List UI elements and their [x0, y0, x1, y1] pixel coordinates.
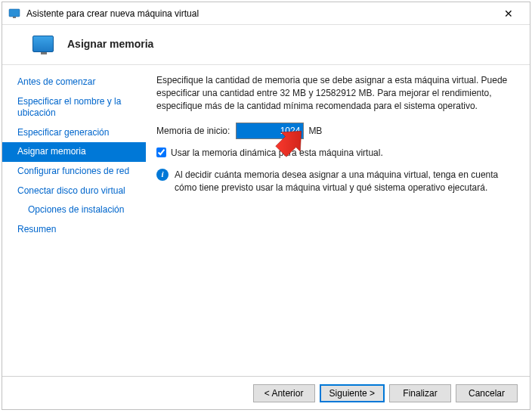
- step-assign-memory[interactable]: Asignar memoria: [2, 142, 146, 162]
- page-title: Asignar memoria: [67, 38, 153, 50]
- monitor-icon: [32, 36, 54, 52]
- dynamic-memory-row: Usar la memoria dinámica para esta máqui…: [156, 147, 515, 160]
- svg-rect-1: [13, 17, 16, 18]
- memory-input[interactable]: [236, 123, 304, 139]
- info-text: Al decidir cuánta memoria desea asignar …: [175, 169, 515, 194]
- step-before-begin[interactable]: Antes de comenzar: [2, 73, 146, 92]
- previous-button[interactable]: < Anterior: [253, 384, 315, 402]
- finish-button[interactable]: Finalizar: [389, 384, 451, 402]
- step-install-options[interactable]: Opciones de instalación: [2, 200, 146, 220]
- wizard-steps-sidebar: Antes de comenzar Especificar el nombre …: [2, 65, 146, 383]
- cancel-button[interactable]: Cancelar: [456, 384, 518, 402]
- step-name-location[interactable]: Especificar el nombre y la ubicación: [2, 92, 146, 123]
- description-text: Especifique la cantidad de memoria que s…: [156, 74, 515, 112]
- button-bar: < Anterior Siguiente > Finalizar Cancela…: [2, 376, 530, 409]
- main-panel: Especifique la cantidad de memoria que s…: [146, 65, 530, 383]
- step-summary[interactable]: Resumen: [2, 220, 146, 240]
- step-network[interactable]: Configurar funciones de red: [2, 162, 146, 182]
- next-button[interactable]: Siguiente >: [320, 384, 385, 402]
- memory-units: MB: [308, 125, 322, 138]
- close-button[interactable]: ✕: [493, 3, 524, 24]
- info-icon: i: [156, 169, 169, 181]
- titlebar: Asistente para crear nueva máquina virtu…: [2, 2, 530, 25]
- memory-row: Memoria de inicio: MB: [156, 123, 515, 139]
- step-generation[interactable]: Especificar generación: [2, 123, 146, 143]
- step-vhd[interactable]: Conectar disco duro virtual: [2, 182, 146, 201]
- dynamic-memory-checkbox[interactable]: [156, 148, 166, 157]
- svg-rect-0: [9, 9, 20, 17]
- app-icon: [8, 8, 20, 20]
- info-row: i Al decidir cuánta memoria desea asigna…: [156, 169, 515, 194]
- memory-label: Memoria de inicio:: [156, 125, 230, 138]
- dynamic-memory-label: Usar la memoria dinámica para esta máqui…: [171, 147, 383, 160]
- content-area: Antes de comenzar Especificar el nombre …: [2, 65, 530, 383]
- wizard-window: Asistente para crear nueva máquina virtu…: [2, 2, 530, 410]
- wizard-header: Asignar memoria: [2, 25, 530, 65]
- window-title: Asistente para crear nueva máquina virtu…: [26, 8, 493, 19]
